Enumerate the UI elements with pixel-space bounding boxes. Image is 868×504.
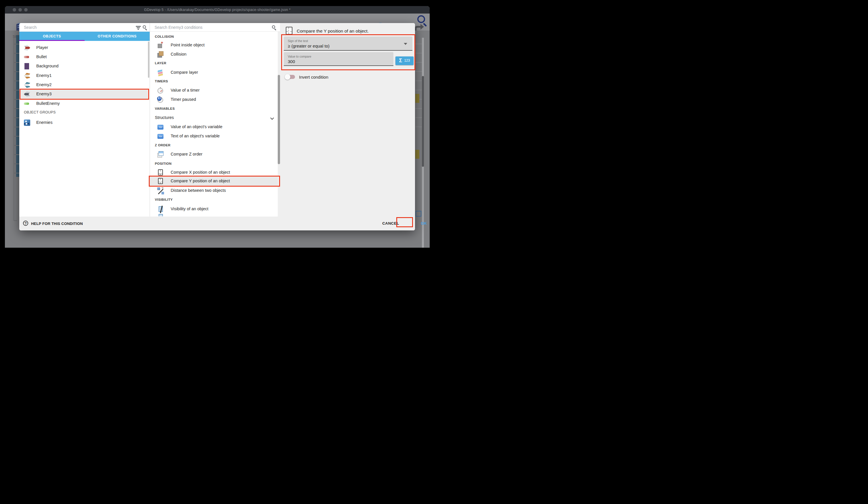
dialog-footer: ? HELP FOR THIS CONDITION CANCEL OK [19, 216, 415, 230]
object-row-background[interactable]: Background [19, 62, 148, 71]
distance-icon: ? [157, 188, 164, 194]
object-row-player[interactable]: Player [19, 43, 148, 52]
ok-button[interactable]: OK [416, 221, 432, 225]
search-icon [272, 26, 275, 29]
condition-compare-x[interactable]: Compare X position of an object [150, 168, 278, 177]
editor-scrollbar-thumb[interactable] [422, 76, 424, 167]
enemy-bullet-icon [24, 101, 30, 107]
selected-event-outline [416, 211, 421, 216]
enemy3-ship-icon [24, 91, 30, 97]
objects-search-row [19, 23, 149, 32]
enemy2-ship-icon [24, 82, 30, 88]
enemy1-ship-icon [24, 73, 30, 79]
event-action-cell [415, 94, 419, 103]
object-row-enemy3[interactable]: Enemy3 [19, 90, 148, 99]
z-order-icon [157, 151, 164, 158]
condition-row-clipped [150, 214, 278, 216]
object-row-bulletenemy[interactable]: BulletEnemy [19, 99, 148, 108]
condition-timer-value[interactable]: Value of a timer [150, 86, 278, 95]
expression-editor-button[interactable]: Σ123 [395, 57, 414, 65]
bullet-icon [24, 54, 30, 60]
section-header-visibility: VISIBILITY [155, 198, 173, 201]
value-to-compare-field: Value to compare [284, 52, 393, 66]
condition-distance[interactable]: ? Distance between two objects [150, 186, 278, 195]
toggle-knob [285, 74, 290, 80]
event-tree-corner [13, 220, 17, 221]
section-header-collision: COLLISION [155, 35, 174, 38]
objects-panel: OBJECTS OTHER CONDITIONS Player Bullet B… [19, 23, 149, 216]
value-to-compare-input[interactable] [288, 59, 375, 64]
background-sprite-icon [24, 63, 30, 69]
object-groups-header: OBJECT GROUPS [24, 110, 56, 114]
position-grid-icon [158, 178, 163, 184]
filter-icon[interactable] [136, 26, 141, 27]
condition-editor-dialog: OBJECTS OTHER CONDITIONS Player Bullet B… [19, 23, 415, 230]
titlebar: GDevelop 5 - /Users/dkarakay/Documents/G… [5, 6, 430, 13]
screenshot-stage: GDevelop 5 - /Users/dkarakay/Documents/G… [0, 0, 434, 252]
position-grid-icon [158, 169, 163, 175]
help-icon[interactable]: ? [23, 221, 28, 226]
object-group-icon [24, 120, 30, 126]
condition-title: Compare the Y position of an object. [297, 29, 369, 34]
event-action-cell [415, 150, 419, 159]
object-row-bullet[interactable]: Bullet [19, 52, 148, 62]
group-row-enemies[interactable]: Enemies [19, 118, 148, 127]
variable-icon [157, 125, 164, 130]
cancel-button[interactable]: CANCEL [377, 221, 404, 225]
object-row-enemy2[interactable]: Enemy2 [19, 80, 148, 90]
layers-icon [157, 69, 164, 76]
condition-variable-value[interactable]: Value of an object's variable [150, 122, 278, 132]
conditions-scrollbar-thumb[interactable] [278, 75, 280, 164]
player-ship-icon [24, 44, 30, 51]
condition-timer-paused[interactable]: Timer paused [150, 95, 278, 104]
section-header-position: POSITION [155, 162, 172, 165]
tab-objects[interactable]: OBJECTS [19, 32, 85, 41]
timer-paused-icon [157, 97, 163, 103]
condition-compare-y[interactable]: Compare Y position of an object [150, 177, 278, 186]
objects-search-input[interactable] [24, 24, 115, 31]
object-row-enemy1[interactable]: Enemy1 [19, 71, 148, 80]
help-button[interactable]: HELP FOR THIS CONDITION [31, 221, 83, 226]
conditions-search-input[interactable] [155, 24, 261, 31]
condition-variable-text[interactable]: Text of an object's variable [150, 132, 278, 141]
point-inside-icon [157, 42, 164, 48]
compare-y-position-icon [286, 27, 292, 34]
event-condition-cells [16, 35, 19, 177]
section-header-timers: TIMERS [155, 80, 168, 83]
section-header-layer: LAYER [155, 61, 166, 65]
search-icon [143, 26, 146, 29]
condition-collision[interactable]: Collision [150, 50, 278, 59]
dropdown-arrow-icon [404, 43, 407, 45]
condition-compare-zorder[interactable]: Compare Z order [150, 150, 278, 159]
tab-other-conditions[interactable]: OTHER CONDITIONS [85, 32, 149, 41]
objects-scrollbar-thumb[interactable] [148, 41, 149, 78]
conditions-panel: COLLISION Point inside object Collision … [149, 23, 280, 216]
section-header-variables: VARIABLES [155, 107, 175, 110]
active-tab-indicator [19, 40, 85, 41]
condition-group-structures[interactable]: Structures [150, 113, 278, 123]
conditions-search-row [150, 23, 280, 32]
variable-icon [157, 134, 164, 139]
sigma-icon: Σ [399, 58, 402, 63]
condition-point-inside[interactable]: Point inside object [150, 41, 278, 50]
collision-icon [157, 51, 164, 58]
condition-detail-panel: Compare the Y position of an object. Sig… [280, 23, 415, 216]
invert-condition-label: Invert condition [299, 74, 328, 80]
chevron-down-icon [270, 116, 274, 120]
invert-condition-toggle[interactable] [286, 75, 295, 79]
window-title: GDevelop 5 - /Users/dkarakay/Documents/G… [5, 8, 430, 12]
sign-of-test-dropdown[interactable]: Sign of the test ≥ (greater or equal to) [284, 37, 412, 51]
search-events-icon[interactable] [417, 15, 425, 23]
condition-visibility[interactable]: Visibility of an object [150, 204, 278, 214]
clipped-icon [158, 214, 163, 216]
objects-tabbar: OBJECTS OTHER CONDITIONS [19, 32, 149, 41]
condition-compare-layer[interactable]: Compare layer [150, 68, 278, 77]
timer-icon [157, 88, 163, 94]
section-header-zorder: Z ORDER [155, 143, 170, 147]
visibility-icon [158, 206, 163, 212]
